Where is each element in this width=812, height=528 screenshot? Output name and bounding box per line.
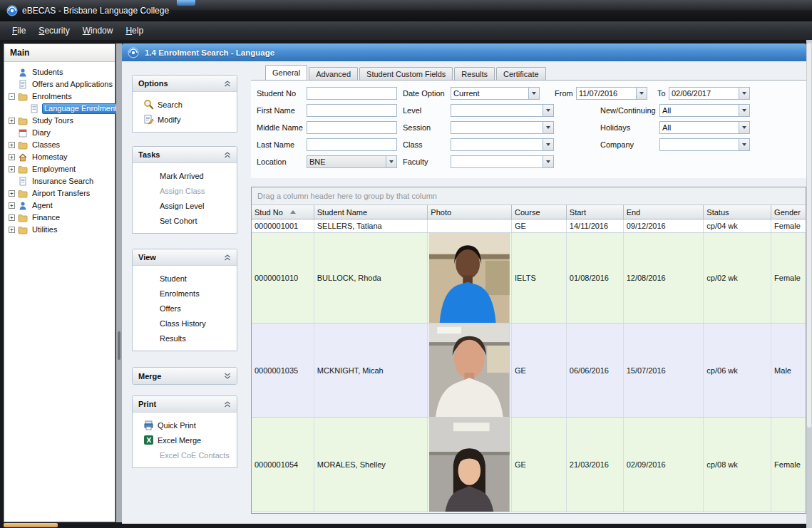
view-offers-button[interactable]: Offers bbox=[133, 301, 237, 316]
sidebar-item-airport-transfers[interactable]: + Airport Transfers bbox=[4, 187, 115, 200]
print-panel-header[interactable]: Print bbox=[133, 396, 237, 413]
merge-panel-header[interactable]: Merge bbox=[133, 368, 237, 384]
sidebar-item-study-tours[interactable]: + Study Tours bbox=[4, 115, 115, 127]
mark-arrived-button[interactable]: Mark Arrived bbox=[133, 168, 237, 183]
sidebar-item-agent[interactable]: + Agent bbox=[4, 200, 115, 212]
column-header-end[interactable]: End bbox=[624, 205, 704, 219]
view-results-button[interactable]: Results bbox=[133, 331, 237, 346]
collapse-expander-icon[interactable]: - bbox=[9, 93, 15, 100]
dropdown-arrow-icon[interactable] bbox=[528, 88, 539, 99]
holidays-select[interactable]: All bbox=[659, 121, 750, 134]
sidebar-item-enrolments[interactable]: - Enrolments bbox=[4, 90, 115, 103]
tab-student-custom-fields[interactable]: Student Custom Fields bbox=[359, 67, 453, 80]
splitter-grip[interactable] bbox=[118, 331, 120, 360]
menu-help[interactable]: Help bbox=[119, 23, 150, 38]
column-header-gender[interactable]: Gender bbox=[771, 205, 806, 219]
search-button[interactable]: Search bbox=[133, 97, 237, 112]
tab-certificate[interactable]: Certificate bbox=[496, 67, 546, 80]
dropdown-arrow-icon[interactable] bbox=[739, 139, 749, 150]
view-student-button[interactable]: Student bbox=[133, 271, 237, 286]
menu-file[interactable]: File bbox=[6, 23, 32, 38]
to-date-input[interactable]: 02/06/2017 bbox=[669, 87, 750, 100]
from-date-input[interactable]: 11/07/2016 bbox=[576, 87, 647, 100]
table-row[interactable]: 0000001035 MCKNIGHT, Micah GE 06/06/2016… bbox=[252, 323, 806, 418]
sidebar-item-language-enrolments[interactable]: Language Enrolments bbox=[4, 103, 115, 115]
scrollbar-thumb[interactable] bbox=[807, 43, 811, 428]
vertical-scrollbar[interactable] bbox=[806, 40, 812, 528]
sidebar-horizontal-scrollbar[interactable] bbox=[4, 523, 58, 527]
date-option-select[interactable]: Current bbox=[451, 87, 540, 100]
expand-expander-icon[interactable]: + bbox=[9, 154, 15, 160]
first-name-input[interactable] bbox=[307, 104, 397, 117]
expand-expander-icon[interactable]: + bbox=[9, 190, 15, 197]
expand-expander-icon[interactable]: + bbox=[9, 166, 15, 172]
sidebar-item-finance[interactable]: + Finance bbox=[4, 212, 115, 224]
column-header-student-name[interactable]: Student Name bbox=[314, 205, 428, 219]
excel-merge-button[interactable]: Excel Merge bbox=[133, 433, 237, 447]
class-select[interactable] bbox=[451, 138, 554, 151]
tab-results[interactable]: Results bbox=[454, 67, 495, 80]
column-header-status[interactable]: Status bbox=[704, 205, 771, 219]
dropdown-arrow-icon[interactable] bbox=[543, 122, 553, 133]
assign-level-button[interactable]: Assign Level bbox=[133, 198, 237, 213]
sidebar-item-classes[interactable]: + Classes bbox=[4, 139, 115, 151]
location-select[interactable]: BNE bbox=[307, 155, 397, 168]
sidebar-item-insurance-search[interactable]: Insurance Search bbox=[4, 175, 115, 187]
sidebar-item-students[interactable]: Students bbox=[4, 66, 115, 78]
table-row[interactable]: 0000001054 MORALES, Shelley GE 21/03/201… bbox=[252, 418, 806, 512]
expand-chevron-icon[interactable] bbox=[224, 373, 231, 379]
dropdown-arrow-icon[interactable] bbox=[739, 105, 749, 116]
sidebar-item-employment[interactable]: + Employment bbox=[4, 163, 115, 175]
faculty-select[interactable] bbox=[451, 155, 554, 168]
company-select[interactable] bbox=[659, 138, 750, 151]
dropdown-arrow-icon[interactable] bbox=[543, 156, 553, 167]
sidebar-splitter[interactable] bbox=[116, 43, 122, 522]
collapse-chevron-icon[interactable] bbox=[224, 152, 231, 158]
sidebar-item-offers-and-applications[interactable]: Offers and Applications bbox=[4, 78, 115, 90]
level-select[interactable] bbox=[451, 104, 554, 117]
dropdown-arrow-icon[interactable] bbox=[543, 105, 553, 116]
menu-security[interactable]: Security bbox=[32, 23, 76, 38]
sort-ascending-icon bbox=[290, 210, 296, 214]
column-header-course[interactable]: Course bbox=[512, 205, 567, 219]
sidebar-item-diary[interactable]: Diary bbox=[4, 127, 115, 139]
window-titlebar: eBECAS - Brisbane Language College bbox=[0, 0, 812, 21]
table-row[interactable]: 0000001010 BULLOCK, Rhoda IELTS 01/08/20… bbox=[252, 233, 806, 323]
expand-expander-icon[interactable]: + bbox=[9, 118, 15, 124]
table-row[interactable]: 0000001001 SELLERS, Tatiana GE 14/11/201… bbox=[252, 219, 806, 233]
dropdown-arrow-icon[interactable] bbox=[739, 122, 749, 133]
modify-button[interactable]: Modify bbox=[133, 112, 237, 127]
session-select[interactable] bbox=[451, 121, 554, 134]
tab-general[interactable]: General bbox=[265, 65, 307, 80]
column-header-stud-no[interactable]: Stud No bbox=[252, 205, 314, 219]
dropdown-arrow-icon[interactable] bbox=[543, 139, 553, 150]
options-panel-header[interactable]: Options bbox=[133, 76, 237, 92]
collapse-chevron-icon[interactable] bbox=[224, 81, 231, 87]
middle-name-input[interactable] bbox=[307, 121, 397, 134]
tab-advanced[interactable]: Advanced bbox=[309, 67, 358, 80]
view-enrolments-button[interactable]: Enrolments bbox=[133, 286, 237, 301]
column-header-photo[interactable]: Photo bbox=[428, 205, 512, 219]
collapse-chevron-icon[interactable] bbox=[224, 401, 231, 408]
new-continuing-label: New/Continuing bbox=[600, 106, 656, 115]
last-name-input[interactable] bbox=[307, 138, 397, 151]
tasks-panel-header[interactable]: Tasks bbox=[133, 147, 237, 163]
expand-expander-icon[interactable]: + bbox=[9, 142, 15, 148]
sidebar-item-utilities[interactable]: + Utilities bbox=[4, 224, 115, 236]
new-continuing-select[interactable]: All bbox=[659, 104, 750, 117]
sidebar-item-homestay[interactable]: + Homestay bbox=[4, 151, 115, 163]
expand-expander-icon[interactable]: + bbox=[9, 202, 15, 209]
view-class-history-button[interactable]: Class History bbox=[133, 316, 237, 331]
quick-print-button[interactable]: Quick Print bbox=[133, 418, 237, 433]
dropdown-arrow-icon[interactable] bbox=[636, 88, 647, 99]
student-no-input[interactable] bbox=[307, 87, 397, 100]
dropdown-arrow-icon[interactable] bbox=[386, 156, 396, 167]
expand-expander-icon[interactable]: + bbox=[9, 227, 15, 233]
menu-window[interactable]: Window bbox=[76, 23, 120, 38]
column-header-start[interactable]: Start bbox=[567, 205, 624, 219]
set-cohort-button[interactable]: Set Cohort bbox=[133, 213, 237, 228]
collapse-chevron-icon[interactable] bbox=[224, 254, 231, 261]
view-panel-header[interactable]: View bbox=[133, 249, 237, 266]
expand-expander-icon[interactable]: + bbox=[9, 214, 15, 221]
dropdown-arrow-icon[interactable] bbox=[739, 88, 749, 99]
